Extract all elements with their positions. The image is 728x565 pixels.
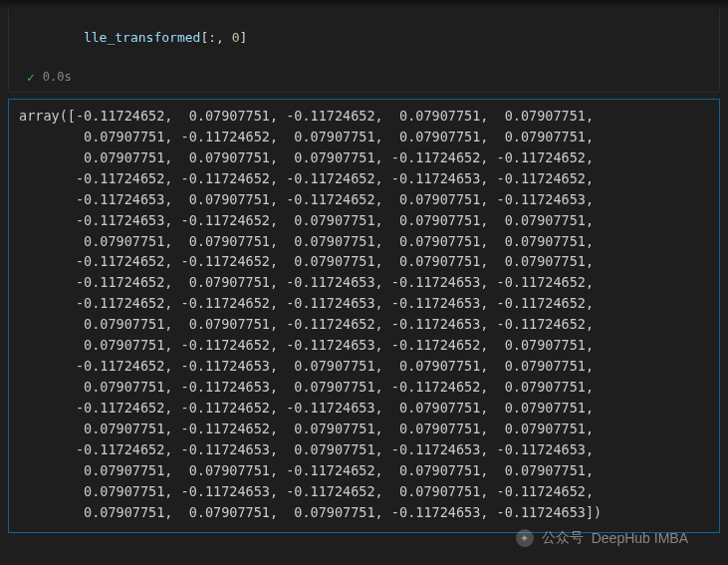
output-line: -0.11724652, 0.07907751, -0.11724653, -0… bbox=[19, 272, 709, 293]
output-line: 0.07907751, -0.11724652, 0.07907751, 0.0… bbox=[19, 127, 709, 147]
output-line: 0.07907751, 0.07907751, -0.11724652, -0.… bbox=[19, 314, 709, 335]
output-line: array([-0.11724652, 0.07907751, -0.11724… bbox=[19, 106, 709, 127]
output-line: 0.07907751, 0.07907751, 0.07907751, 0.07… bbox=[19, 231, 709, 252]
output-line: 0.07907751, 0.07907751, 0.07907751, -0.1… bbox=[19, 502, 709, 523]
output-line: -0.11724652, -0.11724652, -0.11724652, -… bbox=[19, 168, 709, 189]
code-token-number: 0 bbox=[232, 30, 240, 45]
output-line: 0.07907751, 0.07907751, -0.11724652, 0.0… bbox=[19, 460, 709, 481]
output-line: -0.11724652, -0.11724652, 0.07907751, 0.… bbox=[19, 251, 709, 272]
output-line: -0.11724652, -0.11724653, 0.07907751, -0… bbox=[19, 439, 709, 460]
code-token-bracket: ] bbox=[240, 30, 248, 45]
notebook-output-cell[interactable]: array([-0.11724652, 0.07907751, -0.11724… bbox=[8, 99, 720, 533]
output-line: -0.11724652, -0.11724652, -0.11724653, -… bbox=[19, 293, 709, 314]
execution-status: ✓ 0.0s bbox=[9, 66, 719, 92]
output-line: 0.07907751, -0.11724653, -0.11724652, 0.… bbox=[19, 481, 709, 502]
code-token-variable: lle_transformed bbox=[84, 30, 200, 45]
output-line: 0.07907751, 0.07907751, 0.07907751, -0.1… bbox=[19, 147, 709, 168]
execution-time: 0.0s bbox=[43, 70, 72, 84]
code-token-slice: :, bbox=[208, 30, 231, 45]
notebook-input-cell[interactable]: lle_transformed[:, 0] ✓ 0.0s bbox=[8, 6, 720, 93]
code-editor[interactable]: lle_transformed[:, 0] bbox=[9, 7, 719, 66]
output-line: -0.11724653, 0.07907751, -0.11724652, 0.… bbox=[19, 189, 709, 210]
check-icon: ✓ bbox=[27, 71, 35, 84]
output-line: -0.11724652, -0.11724653, 0.07907751, 0.… bbox=[19, 356, 709, 377]
output-line: 0.07907751, -0.11724652, 0.07907751, 0.0… bbox=[19, 419, 709, 439]
output-line: -0.11724652, -0.11724652, -0.11724653, 0… bbox=[19, 398, 709, 419]
output-line: -0.11724653, -0.11724652, 0.07907751, 0.… bbox=[19, 210, 709, 231]
array-output: array([-0.11724652, 0.07907751, -0.11724… bbox=[19, 106, 709, 522]
output-line: 0.07907751, -0.11724652, -0.11724653, -0… bbox=[19, 335, 709, 356]
output-line: 0.07907751, -0.11724653, 0.07907751, -0.… bbox=[19, 377, 709, 398]
